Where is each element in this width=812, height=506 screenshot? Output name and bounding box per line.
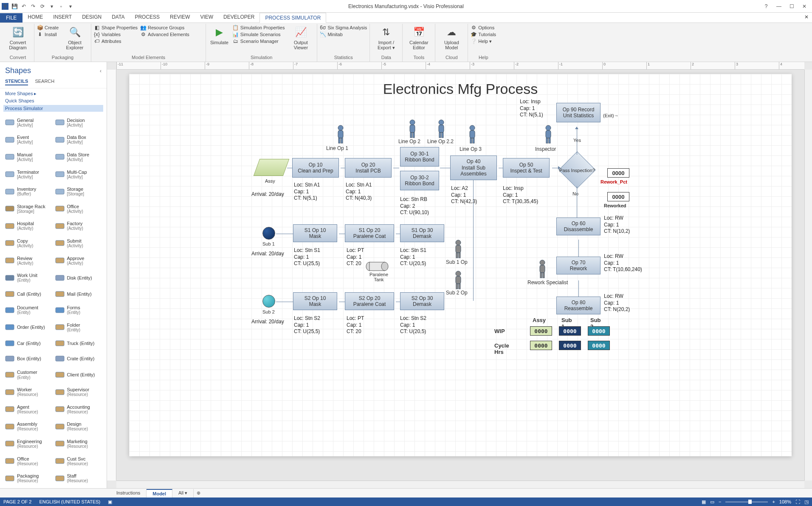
fit-page-icon[interactable]: ⛶	[795, 499, 800, 504]
node-s2op10[interactable]: S2 Op 10Mask	[293, 292, 337, 310]
shape-agent[interactable]: Agent(Resource)	[4, 401, 53, 418]
node-op30_2[interactable]: Op 30-2Ribbon Bond	[400, 171, 439, 190]
shape-marketing[interactable]: Marketing(Resource)	[54, 435, 103, 452]
actor-sub-1-op[interactable]	[452, 239, 465, 259]
shape-hospital[interactable]: Hospital(Activity)	[4, 218, 53, 235]
undo-icon[interactable]: ↶	[20, 3, 27, 10]
tab-data[interactable]: DATA	[107, 12, 130, 23]
actor-line-op-2[interactable]	[406, 119, 419, 139]
sheet-tab-model[interactable]: Model	[147, 489, 172, 498]
tab-insert[interactable]: INSERT	[48, 12, 77, 23]
shape-assembly[interactable]: Assembly(Resource)	[4, 418, 53, 435]
shape-office[interactable]: Office(Activity)	[54, 201, 103, 217]
node-s2op20[interactable]: S2 Op 20Paralene Coat	[345, 292, 394, 310]
stencil-category[interactable]: Process Simulator	[3, 105, 103, 112]
more-shapes-link[interactable]: More Shapes ▸	[5, 91, 102, 96]
shape-inventory[interactable]: Inventory(Buffer)	[4, 183, 53, 200]
shape-multi-cap[interactable]: Multi-Cap[Activity]	[54, 166, 103, 183]
help-icon[interactable]: ?	[760, 2, 772, 11]
language-indicator[interactable]: ENGLISH (UNITED STATES)	[39, 499, 100, 504]
qat-more-icon[interactable]: ▾	[48, 3, 55, 10]
tab-home[interactable]: HOME	[23, 12, 48, 23]
node-op80[interactable]: Op 80Reassemble	[556, 297, 601, 314]
node-op30_1[interactable]: Op 30-1Ribbon Bond	[400, 147, 439, 167]
page-indicator[interactable]: PAGE 2 OF 2	[3, 499, 31, 504]
shape-order-entity-[interactable]: Order (Entity)	[4, 319, 53, 336]
presentation-mode-icon[interactable]: ▦	[702, 499, 706, 505]
shape-office[interactable]: Office(Resource)	[4, 453, 53, 469]
node-op20[interactable]: Op 20Install PCB	[345, 158, 392, 178]
shape-engineering[interactable]: Engineering(Resource)	[4, 435, 53, 452]
shape-data-box[interactable]: Data Box[Activity]	[54, 132, 103, 148]
node-op60[interactable]: Op 60Disassemble	[556, 218, 601, 235]
assy-entity[interactable]	[254, 159, 290, 176]
tab-view[interactable]: VIEW	[195, 12, 218, 23]
actor-line-op-1[interactable]	[334, 124, 347, 144]
shape-manual[interactable]: Manual[Activity]	[4, 149, 53, 165]
redo-icon[interactable]: ↷	[30, 3, 37, 10]
minimize-icon[interactable]: —	[773, 2, 785, 11]
shape-car-entity-[interactable]: Car (Entity)	[4, 336, 53, 351]
node-s2op30[interactable]: S2 Op 30Demask	[400, 292, 444, 310]
advanced-elements-button[interactable]: ⚙Advanced Elements	[140, 31, 189, 37]
file-tab[interactable]: FILE	[0, 13, 23, 23]
actor-sub-2-op[interactable]	[452, 270, 465, 290]
full-screen-icon[interactable]: ◳	[804, 499, 809, 505]
qat-extra-icon[interactable]: ▫	[58, 3, 65, 10]
canvas-scroll[interactable]: Electronics Mfg Process Assy Arrival: 20…	[116, 70, 804, 481]
shape-submit[interactable]: Submit(Activity)	[54, 235, 103, 252]
shape-event[interactable]: Event[Activity]	[4, 132, 53, 148]
variables-button[interactable]: {x}Variables	[94, 31, 138, 37]
shape-review[interactable]: Review(Activity)	[4, 252, 53, 269]
shape-truck-entity-[interactable]: Truck (Entity)	[54, 336, 103, 351]
node-op70[interactable]: Op 70Rework	[556, 257, 601, 274]
shape-mail-entity-[interactable]: Mail (Entity)	[54, 287, 103, 301]
shape-properties-button[interactable]: ◧Shape Properties	[94, 25, 138, 31]
minitab-button[interactable]: 📉Minitab	[320, 31, 367, 37]
shape-supervisor[interactable]: Supervisor(Resource)	[54, 384, 103, 400]
close-icon[interactable]: ✕	[798, 2, 810, 11]
tab-review[interactable]: REVIEW	[165, 12, 195, 23]
shape-client-entity-[interactable]: Client (Entity)	[54, 367, 103, 383]
output-viewer-button[interactable]: 📈Output Viewer	[287, 25, 314, 51]
calendar-editor-button[interactable]: 📅Calendar Editor	[405, 25, 432, 51]
actor-line-op-3[interactable]	[466, 124, 479, 144]
simulation-properties-button[interactable]: 📋Simulation Properties	[233, 25, 285, 31]
shape-call-entity-[interactable]: Call (Entity)	[4, 287, 53, 301]
node-op10[interactable]: Op 10Clean and Prep	[292, 158, 339, 178]
six-sigma-button[interactable]: 6σSix Sigma Analysis	[320, 25, 367, 31]
tab-process[interactable]: PROCESS	[130, 12, 165, 23]
shape-factory[interactable]: Factory(Activity)	[54, 218, 103, 235]
node-s1op30[interactable]: S1 Op 30Demask	[400, 224, 444, 242]
shape-forms[interactable]: Forms(Entity)	[54, 302, 103, 318]
simulate-scenarios-button[interactable]: 📊Simulate Scenarios	[233, 31, 285, 37]
save-icon[interactable]: 💾	[11, 3, 18, 10]
scenario-manager-button[interactable]: 🗂Scenario Manager	[233, 38, 285, 44]
node-op50[interactable]: Op 50Inspect & Test	[503, 158, 550, 178]
close-document-icon[interactable]: ✕	[804, 14, 809, 20]
tab-design[interactable]: DESIGN	[77, 12, 107, 23]
drawing-page[interactable]: Electronics Mfg Process Assy Arrival: 20…	[129, 74, 792, 456]
install-button[interactable]: ⬇Install	[37, 31, 59, 37]
node-op90[interactable]: Op 90 Record Unit Statistics	[556, 103, 601, 122]
tutorials-button[interactable]: 🎓Tutorials	[471, 31, 496, 37]
convert-diagram-button[interactable]: 🔄Convert Diagram	[4, 25, 31, 51]
options-button[interactable]: ⚙Options	[471, 25, 496, 31]
qat-dropdown-icon[interactable]: ▾	[67, 3, 74, 10]
actor-line-op-2-2[interactable]	[435, 119, 448, 139]
refresh-icon[interactable]: ⟳	[39, 3, 46, 10]
sheet-tab-all-[interactable]: All ▾	[172, 489, 194, 498]
shape-general[interactable]: General[Activity]	[4, 114, 53, 131]
shape-disk-entity-[interactable]: Disk (Entity)	[54, 269, 103, 286]
actor-inspector[interactable]	[542, 124, 555, 144]
shape-data-store[interactable]: Data Store[Activity]	[54, 149, 103, 165]
shape-folder[interactable]: Folder(Entity)	[54, 319, 103, 336]
search-tab[interactable]: SEARCH	[35, 79, 54, 85]
collapse-panel-icon[interactable]: ‹	[100, 68, 102, 74]
add-sheet-button[interactable]: ⊕	[194, 490, 203, 496]
node-s1op10[interactable]: S1 Op 10Mask	[293, 224, 337, 242]
sub2-entity[interactable]	[262, 295, 275, 308]
upload-model-button[interactable]: ☁Upload Model	[438, 25, 465, 51]
create-button[interactable]: 📦Create	[37, 25, 59, 31]
import-export-button[interactable]: ⇅Import / Export ▾	[372, 25, 400, 51]
